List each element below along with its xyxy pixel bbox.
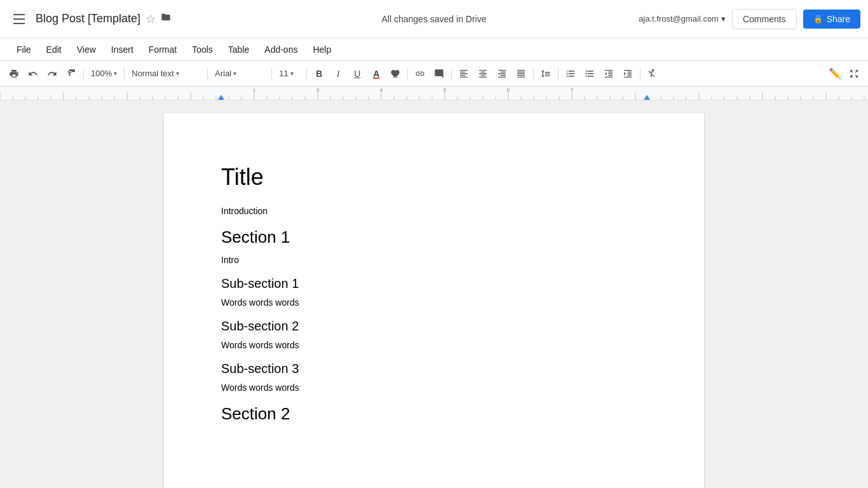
bulleted-list-button[interactable] — [581, 65, 599, 83]
numbered-list-button[interactable] — [562, 65, 580, 83]
menu-insert[interactable]: Insert — [105, 42, 140, 57]
subsection3-heading[interactable]: Sub-section 3 — [221, 362, 647, 376]
star-icon[interactable]: ☆ — [146, 12, 156, 26]
document-page[interactable]: Title Introduction Section 1 Intro Sub-s… — [164, 113, 704, 488]
section2-heading[interactable]: Section 2 — [221, 404, 647, 424]
print-button[interactable] — [5, 65, 23, 83]
toolbar-separator-7 — [451, 67, 452, 80]
toolbar-separator-1 — [83, 67, 84, 80]
underline-button[interactable]: U — [348, 65, 366, 83]
ruler-canvas — [0, 86, 868, 100]
doc-title-area: Blog Post [Template] ☆ — [36, 12, 639, 26]
highlight-button[interactable] — [386, 65, 404, 83]
text-color-button[interactable]: A — [367, 65, 385, 83]
section1-intro[interactable]: Intro — [221, 255, 647, 265]
toolbar-separator-10 — [640, 67, 641, 80]
paint-format-button[interactable] — [62, 65, 80, 83]
app-menu-icon[interactable] — [8, 8, 31, 30]
toolbar-separator-3 — [207, 67, 208, 80]
link-button[interactable] — [411, 65, 429, 83]
menu-view[interactable]: View — [71, 42, 102, 57]
toolbar-separator-8 — [533, 67, 534, 80]
decrease-indent-button[interactable] — [600, 65, 618, 83]
share-button[interactable]: 🔒 Share — [803, 10, 860, 29]
subsection2-body[interactable]: Words words words — [221, 340, 647, 350]
undo-button[interactable] — [24, 65, 42, 83]
document-title[interactable]: Title — [221, 164, 647, 191]
align-right-button[interactable] — [493, 65, 511, 83]
zoom-dropdown[interactable]: 100% ▾ — [87, 65, 121, 83]
comments-button[interactable]: Comments — [732, 9, 797, 29]
redo-button[interactable] — [43, 65, 61, 83]
italic-button[interactable]: I — [329, 65, 347, 83]
align-center-button[interactable] — [474, 65, 492, 83]
increase-indent-button[interactable] — [619, 65, 637, 83]
subsection2-heading[interactable]: Sub-section 2 — [221, 319, 647, 334]
line-spacing-button[interactable] — [537, 65, 555, 83]
align-left-button[interactable] — [455, 65, 473, 83]
toolbar-separator-2 — [124, 67, 125, 80]
menu-edit[interactable]: Edit — [40, 42, 68, 57]
menu-help[interactable]: Help — [306, 42, 337, 57]
menu-table[interactable]: Table — [222, 42, 255, 57]
folder-icon[interactable] — [161, 12, 171, 25]
style-dropdown[interactable]: Normal text ▾ — [128, 65, 204, 83]
user-email[interactable]: aja.t.frost@gmail.com ▾ — [639, 14, 726, 24]
subsection1-heading[interactable]: Sub-section 1 — [221, 276, 647, 291]
document-area[interactable]: Title Introduction Section 1 Intro Sub-s… — [0, 100, 868, 488]
menu-addons[interactable]: Add-ons — [258, 42, 304, 57]
align-justify-button[interactable] — [512, 65, 530, 83]
fontsize-dropdown[interactable]: 11 ▾ — [275, 65, 303, 83]
menu-tools[interactable]: Tools — [186, 42, 219, 57]
top-bar: Blog Post [Template] ☆ All changes saved… — [0, 0, 868, 38]
top-right-actions: aja.t.frost@gmail.com ▾ Comments 🔒 Share — [639, 9, 860, 29]
lock-icon: 🔒 — [813, 15, 823, 24]
pen-button[interactable]: ✏️ — [826, 65, 844, 83]
expand-button[interactable] — [845, 65, 863, 83]
font-dropdown[interactable]: Arial ▾ — [211, 65, 268, 83]
toolbar-separator-9 — [558, 67, 559, 80]
toolbar-separator-5 — [306, 67, 307, 80]
subsection3-body[interactable]: Words words words — [221, 383, 647, 393]
section1-heading[interactable]: Section 1 — [221, 227, 647, 247]
user-dropdown-arrow: ▾ — [721, 14, 726, 24]
saved-status: All changes saved in Drive — [382, 14, 487, 24]
comment-button[interactable] — [430, 65, 448, 83]
subsection1-body[interactable]: Words words words — [221, 297, 647, 308]
menu-bar: File Edit View Insert Format Tools Table… — [0, 38, 868, 61]
menu-format[interactable]: Format — [142, 42, 183, 57]
toolbar: 100% ▾ Normal text ▾ Arial ▾ 11 ▾ B I U … — [0, 61, 868, 86]
ruler — [0, 86, 868, 100]
toolbar-separator-6 — [407, 67, 408, 80]
toolbar-separator-4 — [271, 67, 272, 80]
bold-button[interactable]: B — [310, 65, 328, 83]
menu-file[interactable]: File — [10, 42, 37, 57]
introduction-text[interactable]: Introduction — [221, 206, 647, 216]
clear-formatting-button[interactable] — [644, 65, 661, 83]
doc-title[interactable]: Blog Post [Template] — [36, 12, 140, 25]
